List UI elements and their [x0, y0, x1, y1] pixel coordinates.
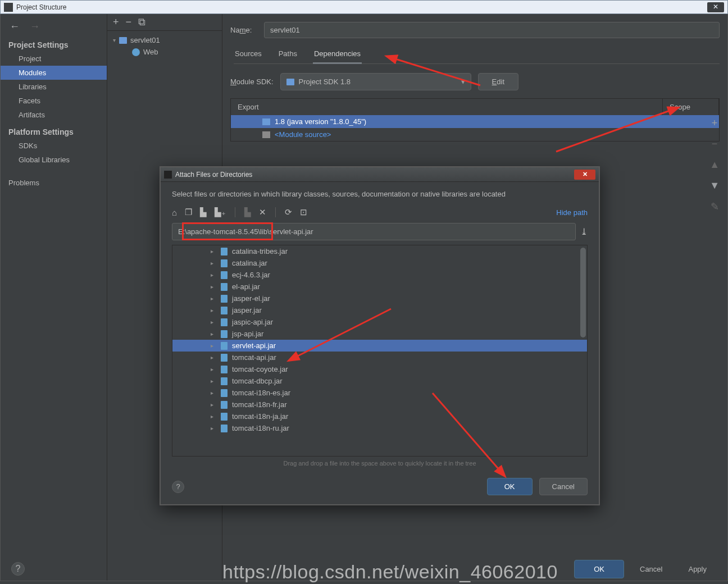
- hide-path-link[interactable]: Hide path: [556, 208, 588, 217]
- file-row[interactable]: ▸ecj-4.6.3.jar: [172, 269, 587, 281]
- file-tree[interactable]: ▸catalina-tribes.jar▸catalina.jar▸ecj-4.…: [172, 245, 588, 457]
- file-row[interactable]: ▸catalina.jar: [172, 257, 587, 269]
- dep-add-icon[interactable]: +: [712, 117, 718, 129]
- sidebar-item-modules[interactable]: Modules: [1, 66, 107, 80]
- chevron-right-icon: ▸: [211, 284, 216, 290]
- dialog-help-button[interactable]: ?: [172, 481, 184, 493]
- file-row[interactable]: ▸el-api.jar: [172, 281, 587, 293]
- scrollbar[interactable]: [580, 248, 586, 337]
- jar-icon: [221, 283, 228, 291]
- file-row[interactable]: ▸tomcat-dbcp.jar: [172, 375, 587, 387]
- file-name: tomcat-i18n-fr.jar: [232, 400, 287, 409]
- chevron-right-icon: ▸: [211, 354, 216, 361]
- dep-row-module-source[interactable]: <Module source>: [231, 128, 719, 141]
- jar-icon: [221, 366, 228, 373]
- file-row[interactable]: ▸tomcat-i18n-ru.jar: [172, 422, 587, 434]
- dep-remove-icon[interactable]: −: [712, 138, 718, 150]
- jar-icon: [221, 389, 228, 397]
- file-name: jasper-el.jar: [232, 294, 270, 303]
- file-name: tomcat-i18n-es.jar: [232, 389, 290, 397]
- refresh-icon[interactable]: ⟳: [285, 207, 292, 217]
- chevron-right-icon: ▸: [211, 260, 216, 266]
- file-row[interactable]: ▸tomcat-i18n-ja.jar: [172, 410, 587, 422]
- window-title: Project Structure: [16, 3, 66, 11]
- sidebar-item-sdks[interactable]: SDKs: [1, 139, 107, 153]
- dep-row-sdk[interactable]: 1.8 (java version "1.8.0_45"): [231, 115, 719, 128]
- file-row[interactable]: ▸servlet-api.jar: [172, 340, 587, 352]
- sidebar-item-facets[interactable]: Facets: [1, 94, 107, 108]
- main-ok-button[interactable]: OK: [574, 560, 624, 578]
- dialog-close-button[interactable]: ✕: [574, 170, 595, 180]
- file-name: el-api.jar: [232, 282, 260, 291]
- dialog-cancel-button[interactable]: Cancel: [539, 478, 588, 495]
- new-folder-icon[interactable]: ▙₊: [215, 207, 226, 217]
- delete-icon[interactable]: ✕: [259, 207, 266, 217]
- module-sdk-dropdown[interactable]: Project SDK 1.8 ▾: [280, 73, 471, 90]
- settings-sidebar: ← → Project Settings Project Modules Lib…: [1, 14, 107, 581]
- dep-up-icon[interactable]: ▲: [709, 159, 720, 171]
- module-icon: [119, 37, 127, 44]
- dep-header-export: Export: [231, 99, 663, 115]
- sidebar-item-artifacts[interactable]: Artifacts: [1, 108, 107, 122]
- dialog-title: Attach Files or Directories: [175, 171, 252, 179]
- jar-icon: [221, 295, 228, 303]
- dep-down-icon[interactable]: ▼: [709, 180, 720, 191]
- jar-icon: [221, 342, 228, 350]
- sidebar-item-project[interactable]: Project: [1, 52, 107, 66]
- desktop-icon[interactable]: ❐: [185, 207, 192, 217]
- edit-sdk-button[interactable]: Edit: [478, 73, 518, 90]
- tab-paths[interactable]: Paths: [277, 46, 298, 63]
- path-input[interactable]: [172, 223, 576, 240]
- tab-dependencies[interactable]: Dependencies: [313, 46, 362, 63]
- window-close-button[interactable]: ✕: [707, 2, 724, 12]
- show-hidden-icon[interactable]: ⊡: [300, 207, 307, 217]
- drop-hint: Drag and drop a file into the space abov…: [161, 457, 599, 472]
- sidebar-section-platform-settings: Platform Settings: [1, 122, 107, 139]
- sidebar-item-global-libraries[interactable]: Global Libraries: [1, 153, 107, 167]
- file-name: tomcat-i18n-ru.jar: [232, 424, 289, 432]
- file-row[interactable]: ▸jaspic-api.jar: [172, 316, 587, 328]
- file-row[interactable]: ▸jsp-api.jar: [172, 328, 587, 340]
- project-folder-icon[interactable]: ▙: [200, 207, 207, 217]
- file-row[interactable]: ▸catalina-tribes.jar: [172, 245, 587, 257]
- main-cancel-button[interactable]: Cancel: [630, 560, 672, 578]
- jar-icon: [221, 401, 228, 409]
- folder-alt-icon[interactable]: ▙: [244, 207, 251, 217]
- dependencies-table: Export Scope 1.8 (java version "1.8.0_45…: [230, 98, 720, 142]
- download-icon[interactable]: ⤓: [580, 226, 588, 237]
- dialog-icon: [164, 171, 172, 179]
- file-row[interactable]: ▸tomcat-api.jar: [172, 352, 587, 363]
- tree-add-icon[interactable]: +: [113, 16, 119, 28]
- tree-copy-icon[interactable]: ⧉: [138, 16, 145, 28]
- jar-icon: [221, 377, 228, 385]
- chevron-right-icon: ▸: [211, 319, 216, 325]
- jar-icon: [221, 413, 228, 421]
- tab-sources[interactable]: Sources: [234, 46, 263, 63]
- file-name: catalina.jar: [232, 259, 267, 267]
- file-name: catalina-tribes.jar: [232, 247, 288, 256]
- main-apply-button[interactable]: Apply: [678, 560, 717, 578]
- file-row[interactable]: ▸tomcat-coyote.jar: [172, 363, 587, 375]
- home-icon[interactable]: ⌂: [172, 208, 177, 217]
- sdk-folder-icon: [262, 118, 270, 125]
- dep-edit-icon[interactable]: ✎: [711, 200, 719, 213]
- jar-icon: [221, 271, 228, 279]
- dialog-ok-button[interactable]: OK: [487, 478, 533, 495]
- file-name: jsp-api.jar: [232, 330, 263, 338]
- module-name-input[interactable]: [264, 22, 720, 38]
- tree-web-row[interactable]: Web: [110, 46, 220, 58]
- chevron-right-icon: ▸: [211, 425, 216, 431]
- tree-remove-icon[interactable]: −: [126, 16, 132, 28]
- nav-forward-icon[interactable]: →: [30, 21, 40, 33]
- file-row[interactable]: ▸tomcat-i18n-es.jar: [172, 387, 587, 399]
- help-button[interactable]: ?: [11, 562, 25, 576]
- chevron-right-icon: ▸: [211, 366, 216, 372]
- file-row[interactable]: ▸jasper.jar: [172, 304, 587, 316]
- sidebar-item-problems[interactable]: Problems: [1, 176, 107, 190]
- file-row[interactable]: ▸jasper-el.jar: [172, 293, 587, 304]
- dep-header-scope: Scope: [663, 99, 719, 115]
- tree-module-row[interactable]: ▾ servlet01: [110, 34, 220, 46]
- nav-back-icon[interactable]: ←: [10, 21, 20, 33]
- sidebar-item-libraries[interactable]: Libraries: [1, 80, 107, 94]
- file-row[interactable]: ▸tomcat-i18n-fr.jar: [172, 399, 587, 410]
